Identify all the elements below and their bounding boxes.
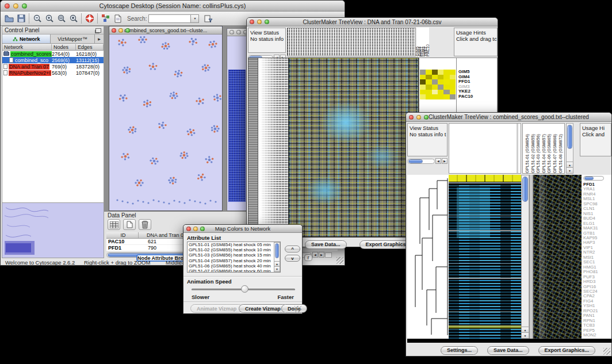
network-row[interactable]: combined_scores 2764(0) 16218(0)	[2, 51, 104, 57]
tv1-main-heatmap[interactable]	[288, 58, 419, 237]
animate-vizmap-button[interactable]: Animate Vizmap	[190, 304, 243, 313]
treeview-action-button[interactable]: Settings...	[441, 346, 478, 355]
scroll-thumb[interactable]	[584, 177, 594, 180]
scroll-left-icon[interactable]: ◀	[312, 252, 318, 258]
scroll-thumb[interactable]	[567, 125, 572, 149]
attribute-listbox[interactable]: GPL51-01 (GSM854) heat shock 05 minGPL51…	[187, 242, 281, 273]
dialog-resize-grip[interactable]	[294, 306, 301, 313]
close-button[interactable]	[409, 115, 414, 120]
window-resize-grip[interactable]	[336, 257, 343, 264]
col-nodes[interactable]: Nodes	[52, 44, 76, 50]
treeview-action-button[interactable]: Export Graphics...	[538, 346, 596, 355]
scroll-up-icon[interactable]: ▲	[567, 162, 573, 167]
float-panel-icon[interactable]	[95, 28, 101, 33]
attribute-item[interactable]: GPL51-06 (GSM865) heat shock 40 min	[189, 263, 273, 269]
attribute-item[interactable]: GPL51-07 (GSM868) heat shock 60 min	[189, 269, 273, 273]
tv1-global-view-strip[interactable]	[248, 58, 258, 237]
gene-panel-hscrollbar[interactable]	[583, 176, 604, 181]
vizmapper-icon[interactable]	[100, 13, 112, 25]
close-button[interactable]	[112, 28, 116, 33]
scroll-thumb[interactable]	[522, 177, 528, 202]
dense-network-hairball[interactable]	[228, 70, 246, 202]
minimize-button[interactable]	[236, 30, 241, 35]
tab-network[interactable]: Network	[2, 35, 51, 43]
treeview-action-button[interactable]: Save Data...	[487, 346, 529, 355]
filter-icon[interactable]	[202, 13, 215, 25]
treeview2-titlebar[interactable]: ClusterMaker TreeView : combined_scores_…	[406, 113, 611, 122]
network-overview-panel[interactable]	[2, 202, 104, 258]
attribute-item[interactable]: GPL51-04 (GSM857) heat shock 20 min	[189, 258, 273, 263]
zoom-in-icon[interactable]	[43, 13, 55, 25]
close-button[interactable]	[186, 227, 191, 231]
help-lifering-icon[interactable]	[83, 13, 95, 25]
search-dropdown-arrow[interactable]: ▼	[191, 14, 199, 23]
move-up-button[interactable]: ^	[285, 246, 300, 252]
tv2-column-dendrogram[interactable]	[449, 123, 521, 174]
zoom-button[interactable]	[265, 20, 269, 24]
col-id[interactable]: ID	[106, 232, 139, 238]
slider-thumb[interactable]	[241, 285, 248, 293]
network-row[interactable]: RNAPuberNov2+I 563(0) 107847(0)	[2, 70, 104, 76]
attribute-table-icon[interactable]	[108, 219, 120, 230]
inner-network-window[interactable]: combined_scores_good.txt--cluste...	[109, 26, 223, 211]
tv2-heatmap-vscrollbar[interactable]: ▲ ▼	[521, 175, 529, 339]
new-attribute-icon[interactable]	[123, 219, 136, 230]
close-button[interactable]	[250, 20, 254, 24]
network-row[interactable]: combined_sco 2569(6) 13112(15)	[2, 57, 104, 63]
close-button[interactable]	[230, 30, 234, 35]
zoom-button[interactable]	[200, 227, 205, 231]
zoom-button[interactable]	[125, 28, 130, 33]
create-vizmap-button[interactable]: Create Vizmap	[239, 304, 287, 313]
dialog-titlebar[interactable]: Map Colors to Network	[183, 225, 302, 233]
scroll-down-icon[interactable]: ▼	[567, 167, 573, 173]
treeview1-titlebar[interactable]: ClusterMaker TreeView : DNA and Tran 07-…	[247, 18, 498, 26]
tab-overflow-button[interactable]: ▶	[95, 35, 104, 43]
scroll-down-icon[interactable]: ▼	[522, 332, 529, 338]
open-folder-icon[interactable]	[3, 13, 15, 25]
minimize-button[interactable]	[416, 115, 421, 120]
minimize-button[interactable]	[13, 3, 18, 9]
network-row[interactable]: DNA and Tran 07 769(0) 183728(0)	[2, 63, 104, 70]
scroll-track[interactable]	[407, 159, 435, 164]
tv2-column-labels[interactable]: GPL51-01 (GSM854)GPL51-02 (GSM855)GPL51-…	[522, 123, 565, 174]
tab-vizmapper[interactable]: VizMapper™	[51, 35, 95, 43]
inner1-titlebar[interactable]: combined_scores_good.txt--cluste...	[109, 26, 222, 35]
main-titlebar[interactable]: Cytoscape Desktop (Session Name: collins…	[1, 1, 345, 12]
search-input[interactable]	[148, 14, 191, 23]
scroll-left-icon[interactable]: ◀	[435, 158, 441, 164]
zoom-button[interactable]	[22, 3, 27, 9]
scroll-right-icon[interactable]: ▶	[442, 158, 447, 164]
delete-attribute-icon[interactable]	[139, 219, 151, 230]
tv2-labels-vscrollbar[interactable]: ▲ ▼	[566, 123, 573, 174]
tv1-row-dendrogram[interactable]	[258, 58, 288, 237]
move-down-button[interactable]: v	[285, 255, 300, 262]
col-network[interactable]: Network	[2, 44, 52, 50]
annotation-icon[interactable]	[112, 13, 124, 25]
scroll-thumb[interactable]	[408, 159, 423, 163]
tv2-detail-heatmap[interactable]	[533, 175, 582, 339]
close-button[interactable]	[5, 3, 10, 9]
network-view-canvas[interactable]	[109, 35, 222, 210]
scroll-right-icon[interactable]: ▶	[319, 252, 324, 258]
tv1-column-dendrogram[interactable]	[287, 28, 416, 56]
tv2-status-hscrollbar[interactable]: ◀▶	[407, 158, 447, 164]
save-icon[interactable]	[15, 13, 27, 25]
window-resize-grip[interactable]	[603, 348, 610, 355]
minimize-button[interactable]	[257, 20, 262, 24]
treeview-action-button[interactable]: Save Data...	[305, 240, 347, 249]
attribute-item[interactable]: GPL51-01 (GSM854) heat shock 05 min	[189, 242, 273, 247]
tv1-column-labels[interactable]: GIM5GIM4PFD1GIM3YKE2PAC10	[416, 28, 429, 56]
zoom-fit-icon[interactable]	[67, 13, 79, 25]
listbox-vscrollbar[interactable]: ▲ ▼	[274, 242, 280, 272]
attribute-item[interactable]: GPL51-02 (GSM855) heat shock 10 min	[189, 247, 273, 252]
tv2-gene-labels[interactable]: PFD1YRA1RNR4MSL1SPC98CLN1NIS1BUD4ELG1MAK…	[583, 182, 598, 338]
animation-speed-slider[interactable]	[192, 285, 295, 294]
scroll-down-icon[interactable]: ▼	[274, 266, 280, 271]
zoom-out-icon[interactable]	[31, 13, 43, 25]
tv2-main-heatmap[interactable]	[449, 175, 521, 339]
zoom-region-icon[interactable]	[55, 13, 67, 25]
scroll-up-icon[interactable]: ▲	[274, 261, 280, 266]
minimize-button[interactable]	[118, 28, 123, 33]
tv2-row-dendrogram[interactable]	[407, 175, 449, 339]
scroll-up-icon[interactable]: ▲	[522, 327, 529, 332]
